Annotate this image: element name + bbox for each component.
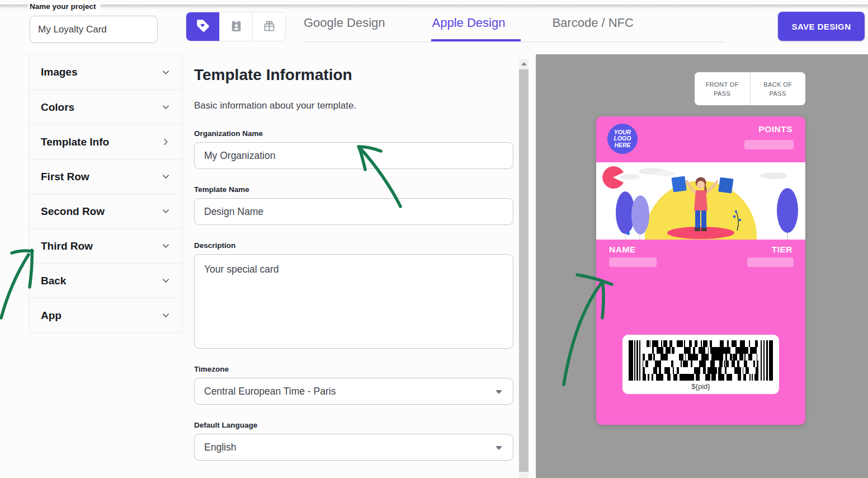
points-label: POINTS [758,124,792,134]
chevron-down-icon [162,242,170,250]
pass-preview-panel: FRONT OF PASS BACK OF PASS YOUR LOGO HER… [536,54,868,478]
tab-barcode-nfc[interactable]: Barcode / NFC [551,8,649,41]
design-tabs: Google Design Apple Design Barcode / NFC [303,8,725,43]
arrow-to-third-row [1,250,32,318]
id-badge-button[interactable] [219,12,252,41]
gift-button[interactable] [252,12,285,41]
chevron-down-icon [162,103,170,111]
tier-value-placeholder [747,257,794,267]
default-language-value: English [204,442,236,453]
form-subtitle: Basic information about your template. [194,100,356,111]
timezone-label: Timezone [194,365,514,373]
sections-accordion: Images Colors Template Info First Row Se… [29,54,183,333]
pdf417-barcode [629,340,773,381]
sidebar-item-first-row[interactable]: First Row [29,159,182,194]
sidebar-item-app[interactable]: App [29,298,182,332]
sidebar-item-colors[interactable]: Colors [29,90,182,124]
sidebar-item-template-info[interactable]: Template Info [29,124,182,159]
tab-google-design[interactable]: Google Design [303,8,401,41]
timezone-select[interactable]: Central European Time - Paris [194,378,513,405]
project-name-input[interactable] [30,16,158,43]
pass-type-toggle [186,12,286,41]
front-of-pass-button[interactable]: FRONT OF PASS [695,72,750,105]
chevron-down-icon [162,68,170,77]
pass-designer-app: Name your project [0,0,868,478]
template-name-group: Template Name [194,185,514,225]
chevron-down-icon [162,311,170,320]
form-title: Template Information [194,66,352,84]
default-language-group: Default Language English [194,421,514,461]
back-of-pass-button[interactable]: BACK OF PASS [750,72,806,105]
form-scrollbar[interactable] [519,59,529,478]
barcode-area: ${pid} [622,335,779,394]
chevron-down-icon [162,277,170,285]
template-name-label: Template Name [194,185,514,194]
points-value-placeholder [744,140,794,149]
chevron-right-icon [162,138,170,146]
loyalty-tag-button[interactable] [186,12,219,41]
pass-card-preview: YOUR LOGO HERE POINTS [596,116,805,425]
strip-illustration [596,162,805,240]
description-group: Description Your special card [194,241,514,351]
description-textarea[interactable]: Your special card [194,254,513,349]
chevron-down-icon [162,207,170,215]
scrollbar-thumb[interactable] [519,69,529,472]
template-name-input[interactable] [194,198,513,225]
organization-name-label: Organization Name [194,129,514,138]
dropdown-caret-icon [496,390,502,394]
default-language-select[interactable]: English [194,434,513,461]
scroll-up-button[interactable] [519,59,529,68]
description-label: Description [194,241,514,250]
tab-apple-design[interactable]: Apple Design [431,8,521,41]
template-info-form: Template Information Basic information a… [194,0,514,478]
timezone-group: Timezone Central European Time - Paris [194,365,514,405]
save-design-button[interactable]: SAVE DESIGN [778,12,865,41]
organization-name-group: Organization Name [194,129,514,169]
default-language-label: Default Language [194,421,514,429]
sidebar-item-second-row[interactable]: Second Row [29,194,182,228]
name-value-placeholder [609,257,657,267]
chevron-down-icon [162,172,170,181]
id-badge-icon [229,19,243,35]
organization-name-input[interactable] [194,142,513,169]
pass-side-toggle: FRONT OF PASS BACK OF PASS [695,72,805,105]
gift-icon [262,19,276,35]
barcode-value: ${pid} [622,382,779,391]
timezone-value: Central European Time - Paris [204,386,336,397]
dropdown-caret-icon [496,446,502,450]
name-label: NAME [609,245,636,255]
scroll-up-arrow-icon [521,62,527,65]
sidebar-item-back[interactable]: Back [29,263,182,298]
logo-placeholder: YOUR LOGO HERE [607,124,638,154]
project-name-label: Name your project [28,2,101,12]
tag-heart-icon [196,18,210,35]
sidebar-item-third-row[interactable]: Third Row [29,228,182,263]
tier-label: TIER [772,245,792,255]
sidebar-item-images[interactable]: Images [29,55,182,90]
